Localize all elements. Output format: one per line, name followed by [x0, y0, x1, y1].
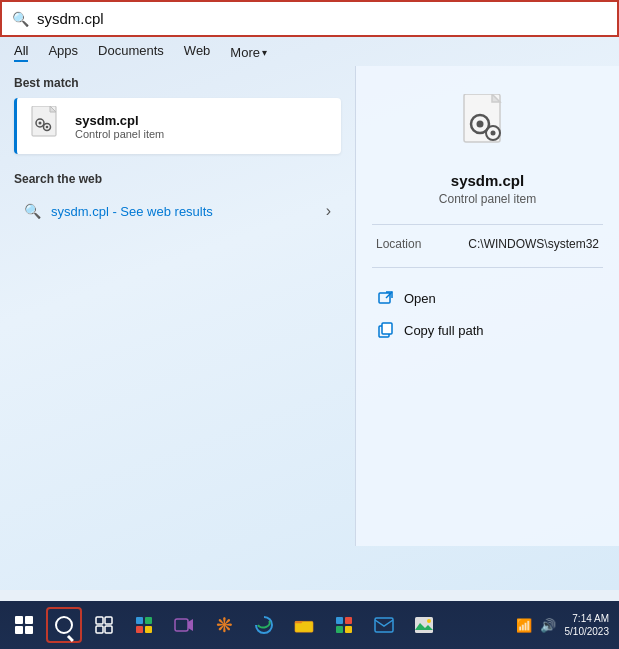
teams-icon	[174, 616, 194, 634]
left-panel: Best match sysdm.cpl	[0, 66, 355, 546]
search-icon: 🔍	[12, 11, 29, 27]
svg-rect-30	[345, 626, 352, 633]
svg-rect-21	[145, 617, 152, 624]
detail-icon	[456, 90, 520, 162]
clock[interactable]: 7:14 AM 5/10/2023	[561, 612, 614, 638]
web-search-text: sysdm.cpl - See web results	[51, 204, 213, 219]
svg-rect-29	[336, 626, 343, 633]
svg-rect-23	[145, 626, 152, 633]
svg-rect-15	[382, 323, 392, 334]
windows-logo	[15, 616, 33, 634]
search-input[interactable]	[37, 10, 607, 27]
windows-start-button[interactable]	[6, 607, 42, 643]
detail-divider2	[372, 267, 603, 268]
web-search-title: Search the web	[14, 172, 341, 186]
svg-point-5	[46, 126, 49, 129]
best-match-title: Best match	[14, 76, 341, 90]
svg-rect-32	[415, 617, 433, 633]
web-search-keyword: sysdm.cpl	[51, 204, 109, 219]
svg-marker-25	[188, 619, 193, 631]
location-label: Location	[376, 237, 421, 251]
tab-web[interactable]: Web	[184, 43, 211, 62]
volume-icon: 🔊	[537, 618, 559, 633]
system-tray: 📶 🔊 7:14 AM 5/10/2023	[513, 612, 614, 638]
web-search-icon: 🔍	[24, 203, 41, 219]
widgets-icon	[135, 616, 153, 634]
copy-path-label: Copy full path	[404, 323, 484, 338]
tab-documents[interactable]: Documents	[98, 43, 164, 62]
detail-title: sysdm.cpl	[451, 172, 524, 189]
svg-rect-22	[136, 626, 143, 633]
chevron-right-icon: ›	[326, 202, 331, 220]
cpl-icon	[29, 108, 65, 144]
best-match-name: sysdm.cpl	[75, 113, 164, 128]
action-open[interactable]: Open	[372, 282, 603, 314]
svg-rect-20	[136, 617, 143, 624]
svg-point-34	[427, 619, 431, 623]
explorer-icon	[294, 616, 314, 634]
copy-icon	[376, 320, 396, 340]
task-view-button[interactable]	[86, 607, 122, 643]
taskbar-search-button[interactable]	[46, 607, 82, 643]
app-icon-1[interactable]: ❋	[206, 607, 242, 643]
web-search-item[interactable]: 🔍 sysdm.cpl - See web results ›	[14, 194, 341, 228]
web-search-suffix: - See web results	[109, 204, 213, 219]
date: 5/10/2023	[565, 625, 610, 638]
right-panel: sysdm.cpl Control panel item Location C:…	[355, 66, 619, 546]
open-icon	[376, 288, 396, 308]
store-button[interactable]	[326, 607, 362, 643]
open-label: Open	[404, 291, 436, 306]
task-view-icon	[95, 616, 113, 634]
best-match-subtitle: Control panel item	[75, 128, 164, 140]
tab-apps[interactable]: Apps	[48, 43, 78, 62]
explorer-button[interactable]	[286, 607, 322, 643]
svg-point-9	[476, 121, 483, 128]
teams-button[interactable]	[166, 607, 202, 643]
svg-rect-28	[345, 617, 352, 624]
svg-point-11	[490, 131, 495, 136]
svg-rect-31	[375, 618, 393, 632]
wifi-icon: 📶	[513, 618, 535, 633]
svg-point-3	[39, 122, 42, 125]
detail-subtitle: Control panel item	[439, 192, 536, 206]
best-match-item[interactable]: sysdm.cpl Control panel item	[14, 98, 341, 154]
taskbar-search-icon	[55, 616, 73, 634]
edge-icon	[254, 615, 274, 635]
store-icon	[335, 616, 353, 634]
photos-button[interactable]	[406, 607, 442, 643]
svg-rect-16	[96, 617, 103, 624]
mail-button[interactable]	[366, 607, 402, 643]
tab-all[interactable]: All	[14, 43, 28, 62]
svg-rect-24	[175, 619, 188, 631]
svg-rect-19	[105, 626, 112, 633]
tab-more[interactable]: More ▾	[230, 45, 267, 60]
action-copy-path[interactable]: Copy full path	[372, 314, 603, 346]
content-area: Best match sysdm.cpl	[0, 66, 619, 546]
photos-icon	[414, 616, 434, 634]
svg-rect-17	[105, 617, 112, 624]
search-panel: 🔍 All Apps Documents Web More ▾ Best mat…	[0, 0, 619, 590]
svg-rect-12	[379, 293, 390, 303]
mail-icon	[374, 617, 394, 633]
detail-divider	[372, 224, 603, 225]
taskbar: ❋	[0, 601, 619, 649]
svg-rect-27	[336, 617, 343, 624]
detail-location: Location C:\WINDOWS\system32	[372, 237, 603, 251]
widgets-button[interactable]	[126, 607, 162, 643]
edge-button[interactable]	[246, 607, 282, 643]
svg-rect-18	[96, 626, 103, 633]
search-box[interactable]: 🔍	[0, 0, 619, 37]
time: 7:14 AM	[565, 612, 610, 625]
location-value: C:\WINDOWS\system32	[468, 237, 599, 251]
best-match-text: sysdm.cpl Control panel item	[75, 113, 164, 140]
chevron-down-icon: ▾	[262, 47, 267, 58]
tabs-bar: All Apps Documents Web More ▾	[0, 37, 619, 62]
